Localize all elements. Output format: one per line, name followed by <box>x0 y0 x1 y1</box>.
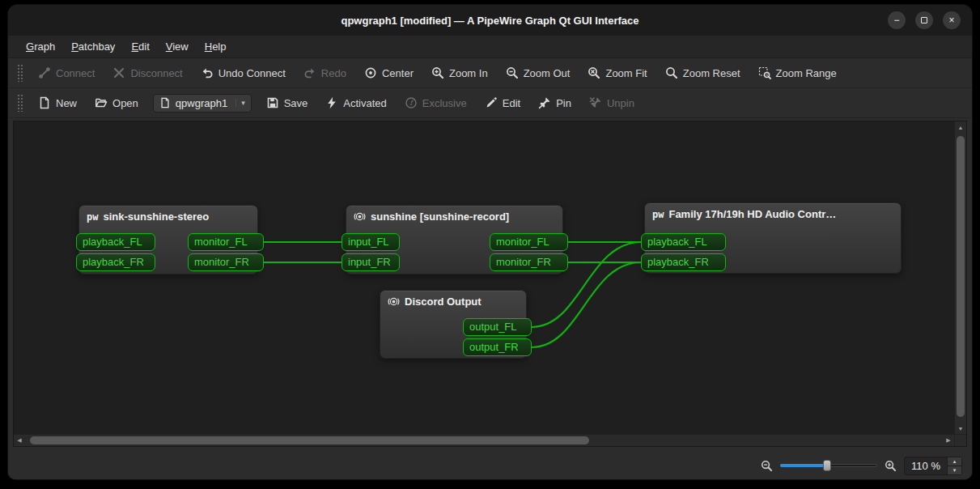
zoom-out-icon <box>761 460 773 472</box>
pin-button[interactable]: Pin <box>532 92 578 113</box>
zoom-in-icon <box>885 460 897 472</box>
port-input-fr[interactable]: input_FR <box>342 253 400 271</box>
disconnect-button[interactable]: Disconnect <box>106 62 189 83</box>
toolbar-edit: Connect Disconnect Undo Connect Redo Cen… <box>8 58 972 88</box>
zoom-slider-fill <box>780 464 827 467</box>
node-title: sunshine [sunshine-record] <box>371 210 509 223</box>
menu-view[interactable]: View <box>158 36 197 57</box>
titlebar[interactable]: qpwgraph1 [modified] — A PipeWire Graph … <box>8 5 972 36</box>
port-monitor-fl[interactable]: monitor_FL <box>490 233 568 251</box>
port-monitor-fr[interactable]: monitor_FR <box>490 253 568 271</box>
vertical-scroll-thumb[interactable] <box>957 136 965 417</box>
menu-edit[interactable]: Edit <box>123 36 157 57</box>
scroll-right-arrow[interactable]: ▶ <box>943 435 954 446</box>
zoom-out-button[interactable]: Zoom Out <box>499 62 577 83</box>
scroll-down-arrow[interactable]: ▼ <box>955 423 966 434</box>
zoom-range-button[interactable]: Zoom Range <box>752 62 843 83</box>
zoom-out-icon <box>506 66 519 79</box>
save-icon <box>266 96 279 109</box>
horizontal-scroll-track[interactable] <box>25 435 943 446</box>
spin-down-button[interactable]: ▾ <box>948 466 961 474</box>
vertical-scroll-track[interactable] <box>955 133 966 423</box>
spin-up-icon: ▴ <box>953 458 957 465</box>
undo-connect-button[interactable]: Undo Connect <box>194 62 292 83</box>
node-title: Discord Output <box>405 296 482 308</box>
port-playback-fl[interactable]: playback_FL <box>76 233 155 251</box>
save-button[interactable]: Save <box>260 92 315 113</box>
zoom-spinbox: 110 % ▴ ▾ <box>904 457 962 475</box>
menu-help[interactable]: Help <box>197 36 235 57</box>
pencil-icon <box>485 96 498 109</box>
activated-button[interactable]: Activated <box>319 92 392 113</box>
pin-icon <box>538 96 551 109</box>
menu-graph[interactable]: Graph <box>18 36 63 57</box>
vertical-scrollbar[interactable]: ▲ ▼ <box>954 121 966 434</box>
spin-down-icon: ▾ <box>953 467 957 474</box>
toolbar-drag-handle[interactable] <box>17 94 23 112</box>
window-title: qpwgraph1 [modified] — A PipeWire Graph … <box>341 15 638 27</box>
record-icon <box>388 296 400 308</box>
connect-button[interactable]: Connect <box>32 62 101 83</box>
node-title: sink-sunshine-stereo <box>103 210 209 223</box>
graph-canvas[interactable]: pw sink-sunshine-stereo playback_FL play… <box>14 121 954 434</box>
close-button[interactable]: × <box>943 11 961 29</box>
unpin-icon <box>589 96 602 109</box>
open-folder-icon <box>95 96 108 109</box>
statusbar: 110 % ▴ ▾ <box>8 452 972 479</box>
open-button[interactable]: Open <box>88 92 145 113</box>
wire[interactable] <box>532 262 641 347</box>
chevron-down-icon: ▾ <box>235 99 248 107</box>
redo-button[interactable]: Redo <box>297 62 353 83</box>
menu-patchbay[interactable]: Patchbay <box>63 36 123 57</box>
zoom-fit-icon <box>588 66 600 79</box>
minimize-button[interactable]: − <box>888 11 906 29</box>
scrollbar-corner <box>954 434 966 446</box>
center-button[interactable]: Center <box>358 62 420 83</box>
toolbar-drag-handle[interactable] <box>17 64 23 82</box>
connection-layer <box>14 121 954 434</box>
zoom-value-field[interactable]: 110 % <box>905 457 947 474</box>
zoom-in-button[interactable]: Zoom In <box>425 62 494 83</box>
port-output-fr[interactable]: output_FR <box>463 338 532 356</box>
port-monitor-fr[interactable]: monitor_FR <box>188 253 264 271</box>
window-controls: − × <box>888 11 961 29</box>
zoom-fit-button[interactable]: Zoom Fit <box>581 62 653 83</box>
new-button[interactable]: New <box>32 92 83 113</box>
undo-icon <box>201 66 214 79</box>
port-output-fl[interactable]: output_FL <box>463 318 532 336</box>
port-monitor-fl[interactable]: monitor_FL <box>188 233 264 251</box>
port-playback-fl[interactable]: playback_FL <box>641 233 726 251</box>
horizontal-scrollbar[interactable]: ◀ ▶ <box>14 434 954 446</box>
exclusive-button[interactable]: f Exclusive <box>398 92 473 113</box>
zoom-slider-handle[interactable] <box>823 460 831 471</box>
scroll-left-arrow[interactable]: ◀ <box>14 435 25 446</box>
zoom-slider[interactable] <box>780 459 877 472</box>
zoom-reset-button[interactable]: Zoom Reset <box>659 62 747 83</box>
zoom-range-icon <box>758 66 771 79</box>
horizontal-scroll-thumb[interactable] <box>30 436 590 444</box>
edit-button[interactable]: Edit <box>478 92 527 113</box>
center-icon <box>364 66 377 79</box>
pipewire-icon: pw <box>87 211 98 223</box>
new-file-icon <box>38 96 51 109</box>
maximize-button[interactable] <box>915 11 933 29</box>
patchbay-file-combo[interactable]: qpwgraph1 ▾ <box>153 94 252 113</box>
toolbar-patchbay: New Open qpwgraph1 ▾ Save Activated f Ex… <box>8 88 972 118</box>
lightning-icon <box>325 96 338 109</box>
unpin-button[interactable]: Unpin <box>583 92 641 113</box>
redo-icon <box>303 66 316 79</box>
central-area: pw sink-sunshine-stereo playback_FL play… <box>8 118 972 452</box>
pipewire-icon: pw <box>652 209 664 220</box>
record-icon <box>354 210 366 223</box>
close-icon: × <box>948 15 954 26</box>
port-input-fl[interactable]: input_FL <box>342 233 400 251</box>
scroll-up-arrow[interactable]: ▲ <box>955 121 966 133</box>
patchbay-file-icon <box>159 97 171 108</box>
zoom-in-icon <box>431 66 444 79</box>
port-playback-fr[interactable]: playback_FR <box>76 253 155 271</box>
spin-up-button[interactable]: ▴ <box>948 457 961 466</box>
exclusive-icon: f <box>405 96 418 109</box>
minimize-icon: − <box>893 15 899 26</box>
connect-icon <box>38 66 51 79</box>
port-playback-fr[interactable]: playback_FR <box>641 253 726 271</box>
